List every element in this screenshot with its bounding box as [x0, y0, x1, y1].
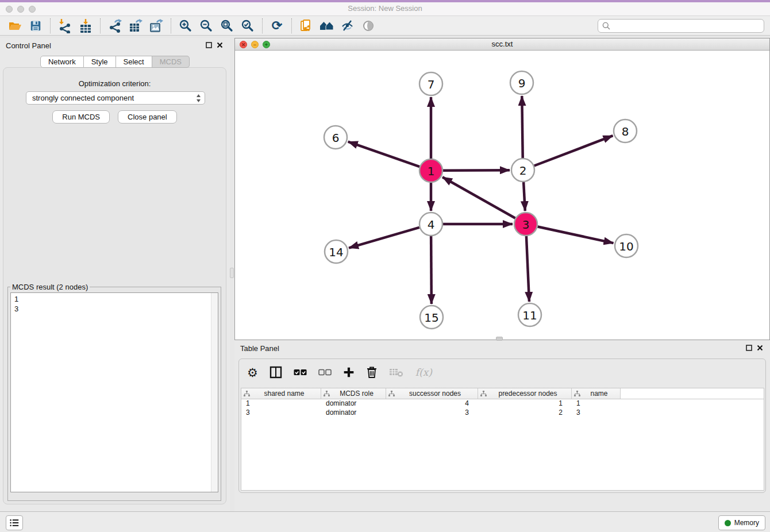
column-edit-icon[interactable] — [244, 391, 250, 397]
graph-edge-2-3[interactable] — [523, 182, 525, 211]
import-table-button[interactable] — [75, 17, 96, 34]
table-row[interactable]: 1dominator411 — [241, 399, 764, 408]
toggle-visibility-button[interactable] — [337, 17, 358, 34]
graph-node-11[interactable]: 11 — [518, 303, 541, 326]
network-window-titlebar[interactable]: ✕ − + scc.txt — [235, 38, 769, 51]
deselect-all-button[interactable] — [318, 369, 332, 376]
column-edit-icon[interactable] — [388, 391, 395, 397]
panel-divider-grip[interactable] — [230, 268, 234, 278]
column-header-shared-name[interactable]: shared name — [241, 388, 321, 399]
graph-edge-1-6[interactable] — [348, 142, 419, 167]
delete-table-button[interactable] — [389, 367, 404, 377]
table-cell[interactable]: 1 — [241, 399, 321, 408]
graph-edge-3-10[interactable] — [538, 226, 614, 243]
select-all-button[interactable] — [294, 369, 307, 376]
table-settings-button[interactable]: ⚙ — [247, 367, 258, 379]
column-edit-icon[interactable] — [574, 391, 580, 397]
table-cell[interactable]: 3 — [386, 408, 478, 418]
graph-node-4[interactable]: 4 — [419, 213, 442, 236]
column-header-predecessor-nodes[interactable]: predecessor nodes — [478, 388, 572, 399]
run-mcds-button[interactable]: Run MCDS — [52, 110, 110, 124]
graph-node-label: 3 — [522, 218, 530, 232]
node-table[interactable]: shared nameMCDS rolesuccessor nodesprede… — [241, 388, 764, 491]
zoom-in-button[interactable] — [175, 17, 196, 34]
clone-network-button[interactable] — [296, 17, 317, 34]
view-mode-button[interactable] — [358, 17, 379, 34]
memory-button[interactable]: Memory — [718, 515, 765, 530]
graph-node-9[interactable]: 9 — [510, 71, 533, 94]
home-view-button[interactable] — [317, 17, 337, 34]
column-header-MCDS-role[interactable]: MCDS role — [321, 388, 386, 399]
graph-node-10[interactable]: 10 — [615, 234, 638, 257]
zoom-fit-button[interactable] — [217, 17, 237, 34]
graph-edge-4-15[interactable] — [431, 236, 432, 304]
split-view-icon — [270, 366, 282, 379]
network-canvas[interactable]: 7968124314101511 — [235, 51, 769, 340]
column-header-successor-nodes[interactable]: successor nodes — [386, 388, 478, 399]
table-cell[interactable]: 3 — [241, 408, 321, 418]
task-history-button[interactable] — [6, 515, 23, 530]
mcds-result-textarea[interactable]: 13 — [10, 292, 218, 492]
tab-style[interactable]: Style — [84, 56, 116, 68]
column-edit-icon[interactable] — [324, 391, 330, 397]
refresh-view-button[interactable]: ⟳ — [267, 17, 287, 34]
close-panel-button[interactable]: Close panel — [118, 110, 177, 124]
graph-node-1[interactable]: 1 — [419, 159, 442, 182]
zoom-selected-button[interactable] — [237, 17, 258, 34]
criterion-dropdown[interactable]: strongly connected component — [26, 91, 205, 105]
close-panel-icon[interactable] — [217, 42, 223, 48]
column-edit-icon[interactable] — [480, 391, 487, 397]
table-cell[interactable]: dominator — [321, 408, 386, 418]
graph-node-label: 1 — [428, 164, 435, 178]
delete-row-button[interactable] — [366, 366, 378, 379]
search-input[interactable] — [611, 20, 760, 32]
graph-node-label: 11 — [522, 309, 537, 322]
split-view-button[interactable] — [270, 366, 282, 379]
table-cell[interactable]: 4 — [386, 399, 478, 408]
graph-edge-1-2[interactable] — [443, 170, 510, 171]
table-cell[interactable]: dominator — [321, 399, 386, 408]
close-table-panel-icon[interactable] — [757, 345, 763, 351]
tab-network[interactable]: Network — [40, 56, 84, 68]
graph-node-15[interactable]: 15 — [420, 306, 443, 329]
table-row[interactable]: 3dominator323 — [241, 408, 764, 418]
export-network-icon — [107, 18, 122, 33]
graph-node-6[interactable]: 6 — [324, 126, 347, 149]
table-cell[interactable]: 1 — [478, 399, 572, 408]
table-cell[interactable]: 2 — [478, 408, 572, 418]
graph-node-3[interactable]: 3 — [514, 213, 537, 236]
float-table-panel-icon[interactable] — [746, 345, 752, 351]
add-row-button[interactable] — [343, 367, 355, 378]
graph-edge-3-11[interactable] — [526, 236, 529, 302]
export-image-button[interactable] — [146, 17, 167, 34]
search-field[interactable] — [598, 19, 764, 33]
float-panel-icon[interactable] — [206, 42, 212, 48]
open-session-button[interactable] — [5, 17, 25, 34]
graph-node-7[interactable]: 7 — [419, 72, 442, 95]
table-cell[interactable]: 3 — [572, 408, 621, 418]
zoom-out-button[interactable] — [196, 17, 217, 34]
graph-node-2[interactable]: 2 — [511, 159, 534, 182]
export-network-button[interactable] — [105, 17, 125, 34]
graph-edge-2-9[interactable] — [522, 96, 522, 158]
tab-mcds[interactable]: MCDS — [152, 56, 190, 68]
function-builder-button[interactable]: f(x) — [415, 367, 432, 378]
column-header-name[interactable]: name — [572, 388, 621, 399]
tab-select[interactable]: Select — [116, 56, 152, 68]
network-view-window: ✕ − + scc.txt 7968124314101511 — [234, 38, 770, 340]
graph-edge-3-1[interactable] — [442, 177, 515, 218]
graph-edge-2-8[interactable] — [534, 136, 613, 165]
export-table-icon — [128, 18, 143, 33]
graph-node-14[interactable]: 14 — [325, 240, 348, 263]
table-cell[interactable]: 1 — [572, 399, 621, 408]
result-scrollbar[interactable] — [211, 293, 218, 492]
list-icon — [9, 518, 20, 527]
import-network-button[interactable] — [55, 17, 75, 34]
graph-edge-4-14[interactable] — [349, 228, 419, 248]
export-table-button[interactable] — [125, 17, 146, 34]
zoom-fit-icon — [220, 19, 234, 33]
graph-node-8[interactable]: 8 — [614, 119, 637, 142]
network-hscrollbar[interactable] — [496, 337, 503, 341]
table-header-row: shared nameMCDS rolesuccessor nodesprede… — [241, 388, 764, 399]
save-session-button[interactable] — [25, 17, 46, 34]
